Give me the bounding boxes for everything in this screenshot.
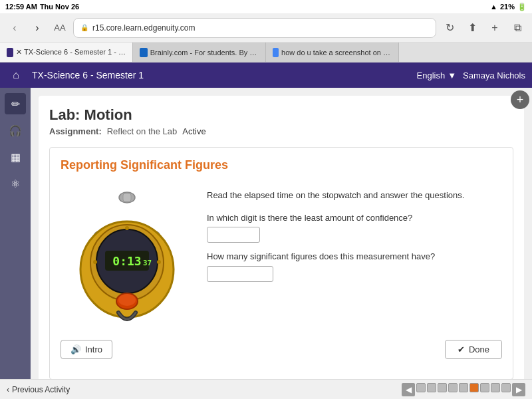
tab-brainly[interactable]: Brainly.com - For students. By students.: [133, 43, 266, 62]
calculator-icon-btn[interactable]: ▦: [5, 146, 26, 168]
language-label: English: [417, 70, 446, 80]
instruction-text: Read the elapsed time on the stopwatch a…: [207, 190, 502, 201]
question2-text: How many significant figures does this m…: [207, 251, 502, 263]
section-footer: 🔊 Intro ✔ Done: [61, 340, 502, 359]
section-box: Reporting Significant Figures: [49, 147, 513, 379]
lab-content: 0:13 37: [61, 183, 502, 329]
question1-input[interactable]: [207, 227, 260, 243]
tab-brainly-label: Brainly.com - For students. By students.: [150, 49, 259, 57]
lock-icon: 🔒: [80, 24, 88, 31]
speaker-icon: 🔊: [70, 344, 81, 354]
lab-panel: Lab: Motion Assignment: Reflect on the L…: [39, 96, 524, 379]
time-display: 12:59 AM: [5, 3, 37, 11]
nav-dot-3[interactable]: [438, 383, 447, 392]
nav-dot-8[interactable]: [491, 383, 500, 392]
tab-google-label: how do u take a screenshot on ipad - Goo…: [281, 49, 392, 57]
svg-point-15: [118, 294, 136, 306]
tabs-button[interactable]: ⧉: [508, 19, 527, 37]
question2-block: How many significant figures does this m…: [207, 251, 502, 281]
question2-input[interactable]: [207, 266, 273, 282]
nav-dot-9[interactable]: [501, 383, 511, 392]
chevron-down-icon: ▼: [448, 70, 456, 80]
nav-dot-7[interactable]: [480, 383, 489, 392]
status-badge: Active: [182, 126, 205, 136]
app-header: ⌂ TX-Science 6 - Semester 1 English ▼ Sa…: [0, 63, 532, 88]
assignment-value: Reflect on the Lab: [107, 126, 178, 136]
prev-activity[interactable]: ‹ Previous Activity: [7, 385, 70, 394]
stopwatch-container: 0:13 37: [61, 183, 194, 329]
battery-display: 21%: [500, 3, 515, 11]
tab-edgenuity-label: ✕ TX-Science 6 - Semester 1 - Edgenuity.…: [16, 48, 126, 57]
user-name: Samaya Nichols: [463, 70, 525, 80]
battery-icon: 🔋: [517, 3, 527, 11]
svg-point-12: [93, 260, 97, 264]
prev-icon: ‹: [7, 385, 9, 394]
nav-left-button[interactable]: ◀: [402, 383, 415, 396]
date-display: Thu Nov 26: [40, 3, 79, 11]
assignment-label: Assignment:: [49, 126, 102, 136]
sidebar: ✏ 🎧 ▦ ⚛: [0, 88, 31, 379]
language-selector[interactable]: English ▼: [417, 70, 457, 80]
nav-right-button[interactable]: ▶: [512, 383, 525, 396]
nav-dot-6[interactable]: [469, 383, 479, 392]
back-button[interactable]: ‹: [5, 19, 24, 37]
nav-arrows: ◀ ▶: [402, 383, 525, 396]
share-button[interactable]: ⬆: [463, 19, 481, 37]
nav-dot-4[interactable]: [448, 383, 458, 392]
app-title: TX-Science 6 - Semester 1: [32, 70, 410, 80]
intro-label: Intro: [85, 344, 102, 354]
svg-point-10: [125, 226, 129, 230]
lab-title: Lab: Motion: [49, 106, 513, 124]
question1-text: In which digit is there the least amount…: [207, 212, 502, 224]
intro-button[interactable]: 🔊 Intro: [61, 340, 112, 359]
nav-dot-1[interactable]: [416, 383, 426, 392]
tab-edgenuity[interactable]: ✕ TX-Science 6 - Semester 1 - Edgenuity.…: [0, 43, 133, 62]
content-panel: Lab: Motion Assignment: Reflect on the L…: [31, 88, 532, 379]
browser-tabs: ✕ TX-Science 6 - Semester 1 - Edgenuity.…: [0, 43, 532, 63]
svg-rect-1: [123, 194, 131, 201]
checkmark-icon: ✔: [458, 344, 465, 354]
svg-text:0:13: 0:13: [112, 254, 141, 268]
svg-point-13: [157, 260, 161, 264]
headphone-icon-btn[interactable]: 🎧: [5, 120, 26, 141]
reload-button[interactable]: ↻: [440, 19, 459, 37]
reader-mode-button[interactable]: AA: [51, 19, 69, 37]
svg-text:37: 37: [143, 259, 152, 267]
atom-icon-btn[interactable]: ⚛: [5, 173, 26, 194]
prev-label: Previous Activity: [12, 385, 70, 394]
new-tab-button[interactable]: +: [485, 19, 504, 37]
qa-section: Read the elapsed time on the stopwatch a…: [207, 183, 502, 329]
status-bar: 12:59 AM Thu Nov 26 ▲ 21% 🔋: [0, 0, 532, 13]
nav-dot-2[interactable]: [427, 383, 436, 392]
forward-button[interactable]: ›: [28, 19, 47, 37]
tab-google[interactable]: how do u take a screenshot on ipad - Goo…: [266, 43, 399, 62]
home-button[interactable]: ⌂: [7, 66, 25, 84]
section-title: Reporting Significant Figures: [61, 158, 502, 172]
main-content: ✏ 🎧 ▦ ⚛ Lab: Motion Assignment: Reflect …: [0, 88, 532, 379]
nav-dot-5[interactable]: [459, 383, 468, 392]
done-button[interactable]: ✔ Done: [445, 340, 502, 359]
lab-subtitle: Assignment: Reflect on the Lab Active: [49, 126, 513, 136]
stopwatch-svg: 0:13 37: [70, 183, 184, 329]
wifi-icon: ▲: [490, 3, 497, 11]
floating-add-button[interactable]: +: [511, 90, 529, 109]
browser-bar: ‹ › AA 🔒 r15.core.learn.edgenuity.com ↻ …: [0, 13, 532, 43]
bottom-nav: ‹ Previous Activity ◀ ▶: [0, 379, 532, 399]
url-text: r15.core.learn.edgenuity.com: [92, 23, 196, 33]
url-bar[interactable]: 🔒 r15.core.learn.edgenuity.com: [73, 18, 436, 38]
done-label: Done: [469, 344, 489, 354]
question1-block: In which digit is there the least amount…: [207, 212, 502, 243]
pencil-icon-btn[interactable]: ✏: [5, 93, 26, 114]
